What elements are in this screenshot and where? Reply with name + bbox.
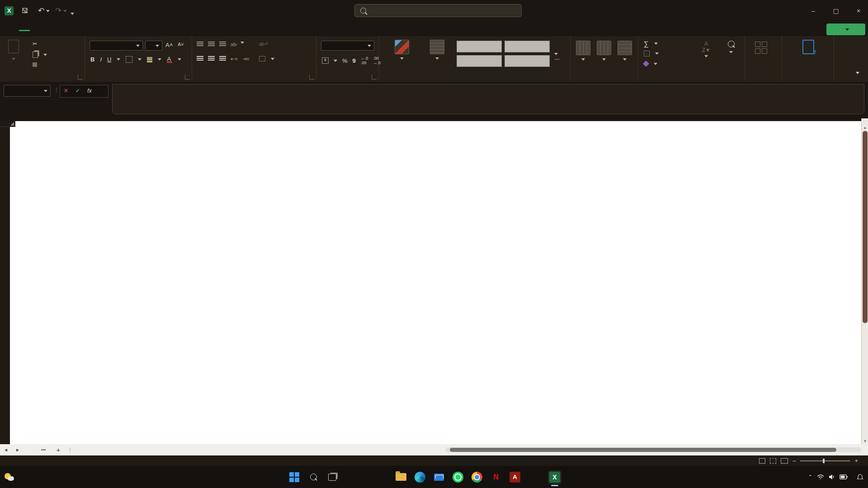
mail-icon[interactable] bbox=[432, 470, 446, 484]
undo-button[interactable]: ↶ bbox=[36, 6, 50, 16]
decrease-indent-icon[interactable]: ⇤≡ bbox=[231, 56, 238, 62]
merge-center-button[interactable] bbox=[259, 56, 274, 61]
restore-button[interactable]: ▢ bbox=[828, 4, 844, 18]
fill-color-icon[interactable] bbox=[147, 57, 152, 62]
sheet-next-icon[interactable]: ► bbox=[12, 444, 24, 455]
addins-button[interactable] bbox=[755, 42, 767, 56]
redo-button[interactable]: ↷ bbox=[53, 6, 67, 16]
wrap-text-button[interactable]: ab⏎ bbox=[259, 42, 271, 47]
insert-function-button[interactable]: fx bbox=[84, 85, 95, 96]
tabbar-splitter[interactable]: ⋮ bbox=[64, 444, 76, 455]
volume-icon[interactable] bbox=[829, 474, 835, 480]
hidden-icons-chevron[interactable]: ⌃ bbox=[808, 474, 812, 480]
chrome-icon[interactable] bbox=[470, 470, 484, 484]
page-layout-view-icon[interactable] bbox=[770, 458, 776, 464]
decrease-font-icon[interactable]: A˅ bbox=[178, 42, 184, 47]
cell-style-dots[interactable] bbox=[505, 41, 550, 52]
tab-page-layout[interactable] bbox=[57, 27, 68, 31]
increase-indent-icon[interactable]: ⇥≡ bbox=[242, 56, 250, 62]
comma-icon[interactable]: 9 bbox=[353, 57, 356, 64]
cut-button[interactable]: ✂ bbox=[33, 41, 40, 47]
insert-cells-button[interactable] bbox=[576, 41, 590, 63]
align-left-icon[interactable] bbox=[197, 56, 203, 61]
more-sheets-icon[interactable]: ••• bbox=[34, 444, 52, 455]
italic-button[interactable]: I bbox=[100, 56, 102, 63]
font-name-combo[interactable] bbox=[90, 41, 143, 51]
search-input[interactable] bbox=[354, 4, 522, 17]
share-button[interactable] bbox=[826, 23, 865, 35]
tab-home[interactable] bbox=[19, 27, 30, 31]
styles-gallery-more-icon[interactable] bbox=[554, 50, 560, 60]
align-middle-icon[interactable] bbox=[208, 42, 215, 47]
number-dialog-launcher[interactable] bbox=[372, 75, 377, 80]
find-select-button[interactable] bbox=[720, 41, 742, 55]
select-all-corner[interactable] bbox=[0, 121, 15, 127]
underline-button[interactable]: U bbox=[107, 56, 111, 63]
number-format-combo[interactable] bbox=[321, 41, 374, 51]
excel-taskbar-icon[interactable]: X bbox=[548, 470, 561, 484]
page-break-view-icon[interactable] bbox=[781, 458, 788, 464]
copy-button[interactable] bbox=[33, 52, 47, 58]
align-top-icon[interactable] bbox=[197, 42, 203, 47]
scroll-down-icon[interactable]: ▼ bbox=[862, 438, 868, 444]
paste-icon[interactable] bbox=[8, 40, 19, 63]
clipboard-dialog-launcher[interactable] bbox=[78, 75, 83, 80]
zoom-out-icon[interactable]: – bbox=[793, 457, 796, 464]
borders-icon[interactable] bbox=[126, 56, 132, 63]
align-bottom-icon[interactable] bbox=[219, 42, 226, 47]
tab-help[interactable] bbox=[120, 27, 131, 31]
format-cells-button[interactable] bbox=[618, 41, 632, 63]
font-dialog-launcher[interactable] bbox=[185, 75, 190, 80]
zoom-in-icon[interactable]: + bbox=[854, 457, 858, 464]
zoom-knob[interactable] bbox=[823, 459, 825, 463]
clear-button[interactable] bbox=[644, 61, 657, 66]
font-color-icon[interactable]: A bbox=[167, 56, 172, 63]
fill-button[interactable]: ↓ bbox=[644, 51, 659, 56]
start-button[interactable] bbox=[288, 470, 301, 484]
vertical-scrollbar[interactable]: ▲ ▼ bbox=[861, 118, 868, 444]
create-pdf-button[interactable]: ⤴ bbox=[788, 40, 828, 56]
conditional-formatting-button[interactable] bbox=[385, 40, 419, 61]
horizontal-scrollbar[interactable] bbox=[445, 447, 861, 452]
cell-style-normal[interactable] bbox=[505, 55, 550, 67]
tab-data[interactable] bbox=[82, 27, 93, 31]
task-view-icon[interactable] bbox=[326, 470, 339, 484]
sort-filter-button[interactable]: AZ▼ bbox=[695, 41, 717, 59]
tab-insert[interactable] bbox=[32, 27, 42, 31]
sheet-prev-icon[interactable]: ◄ bbox=[0, 444, 12, 455]
underline-menu-icon[interactable] bbox=[117, 58, 120, 61]
tab-file[interactable] bbox=[6, 27, 17, 31]
file-explorer-icon[interactable] bbox=[394, 470, 408, 484]
name-box[interactable] bbox=[4, 85, 51, 97]
cell-style-s4[interactable] bbox=[457, 41, 502, 52]
autosum-button[interactable]: ∑ bbox=[644, 40, 658, 47]
minimize-button[interactable]: – bbox=[806, 4, 821, 18]
cancel-entry-button[interactable]: ✕ bbox=[60, 85, 72, 96]
percent-icon[interactable]: % bbox=[342, 57, 348, 64]
new-sheet-button[interactable]: + bbox=[52, 444, 64, 455]
orientation-icon[interactable]: ab̷ bbox=[231, 42, 236, 47]
taskbar-search-icon[interactable] bbox=[307, 470, 320, 484]
adobe-icon[interactable]: A bbox=[508, 470, 522, 484]
format-painter-button[interactable] bbox=[33, 62, 40, 67]
normal-view-icon[interactable] bbox=[759, 458, 765, 464]
tab-acrobat[interactable] bbox=[133, 27, 144, 31]
save-icon[interactable]: 🖫 bbox=[20, 6, 30, 16]
wifi-icon[interactable] bbox=[817, 474, 824, 480]
notifications-bell-icon[interactable] bbox=[857, 474, 863, 481]
collapse-ribbon-icon[interactable] bbox=[856, 69, 859, 77]
battery-icon[interactable] bbox=[840, 474, 848, 479]
format-as-table-button[interactable] bbox=[422, 40, 452, 61]
cell-style-s9[interactable] bbox=[457, 55, 502, 67]
tab-draw[interactable] bbox=[44, 27, 55, 31]
tab-review[interactable] bbox=[95, 27, 106, 31]
align-center-icon[interactable] bbox=[208, 56, 215, 61]
weather-widget[interactable] bbox=[0, 472, 81, 482]
close-button[interactable]: × bbox=[851, 4, 866, 18]
zoom-slider[interactable] bbox=[800, 460, 850, 461]
whatsapp-icon[interactable] bbox=[451, 470, 465, 484]
tab-formulas[interactable] bbox=[70, 27, 80, 31]
delete-cells-button[interactable] bbox=[597, 41, 611, 63]
qat-customize-icon[interactable] bbox=[71, 9, 74, 18]
font-size-combo[interactable] bbox=[145, 41, 162, 51]
